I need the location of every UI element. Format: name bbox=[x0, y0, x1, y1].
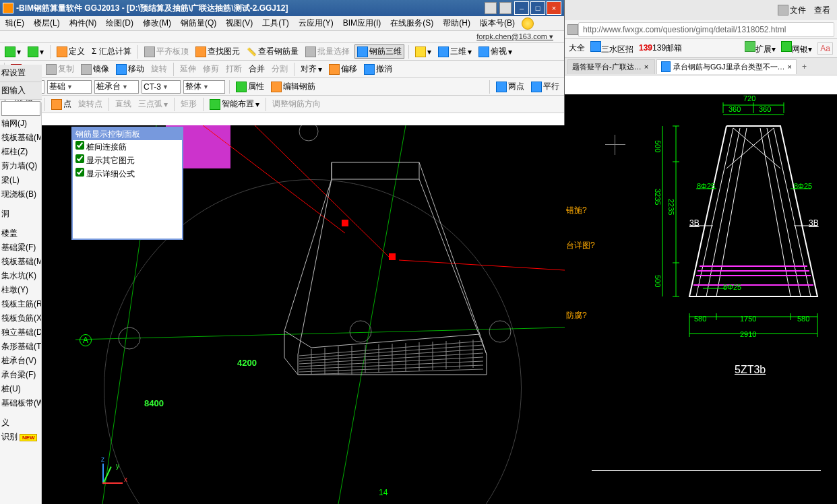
rotate-btn[interactable]: 旋转 bbox=[149, 62, 169, 76]
side-item[interactable]: 筏板基础(M) bbox=[0, 255, 41, 269]
side-item[interactable]: 剪力墙(Q) bbox=[0, 159, 41, 173]
rotpt-btn[interactable]: 旋转点 bbox=[76, 97, 104, 111]
trim-btn[interactable]: 修剪 bbox=[201, 62, 221, 76]
side-item[interactable]: 基础梁(F) bbox=[0, 241, 41, 255]
side-item[interactable]: 框柱(Z) bbox=[0, 145, 41, 159]
bm-bank[interactable]: 网银▾ bbox=[781, 41, 812, 55]
side-item[interactable]: 桩承台(V) bbox=[0, 354, 41, 368]
smart-btn[interactable]: 智能布置▾ bbox=[208, 97, 261, 111]
menu-component[interactable]: 构件(N) bbox=[67, 16, 100, 30]
find-btn[interactable]: 查找图元 bbox=[193, 44, 242, 59]
side-input[interactable] bbox=[1, 101, 40, 116]
menu-cloud[interactable]: 云应用(Y) bbox=[296, 16, 336, 30]
split-btn[interactable]: 分割 bbox=[270, 62, 290, 76]
menu-rebar[interactable]: 钢筋量(Q) bbox=[178, 16, 219, 30]
side-item[interactable]: 楼盖 bbox=[0, 226, 41, 241]
parallel-btn[interactable]: 平行 bbox=[529, 80, 561, 94]
menu-help[interactable]: 帮助(H) bbox=[440, 16, 473, 30]
cb-show-formula[interactable]: 显示详细公式 bbox=[73, 167, 182, 181]
copy-btn[interactable]: 复制 bbox=[44, 62, 76, 76]
side-item[interactable]: 集水坑(K) bbox=[0, 269, 41, 283]
menu-draw[interactable]: 绘图(D) bbox=[103, 16, 136, 30]
line-btn[interactable]: 直线 bbox=[113, 97, 133, 111]
side-item[interactable]: 洞 bbox=[0, 207, 41, 221]
menu-edit[interactable]: 辑(E) bbox=[3, 16, 27, 30]
extra-icon-b[interactable] bbox=[499, 2, 512, 14]
side-item[interactable]: 现浇板(B) bbox=[0, 187, 41, 201]
sub-dd[interactable]: 桩承台▼ bbox=[94, 80, 139, 94]
browser-file[interactable]: 文件 bbox=[778, 5, 806, 16]
side-item[interactable]: 轴网(J) bbox=[0, 117, 41, 131]
undo-btn[interactable]: 撤消 bbox=[362, 62, 394, 76]
cb-show-other[interactable]: 显示其它图元 bbox=[73, 154, 182, 167]
side-item[interactable]: 识别 NEW bbox=[0, 430, 41, 444]
define-btn[interactable]: 定义 bbox=[55, 44, 87, 59]
menu-bim[interactable]: BIM应用(I) bbox=[340, 16, 384, 30]
menu-version[interactable]: 版本号(B) bbox=[477, 16, 518, 30]
point-btn[interactable]: 点 bbox=[49, 97, 73, 111]
menu-view[interactable]: 视图(V) bbox=[223, 16, 255, 30]
align-btn[interactable]: 对齐▾ bbox=[299, 62, 324, 76]
rebar-display-panel[interactable]: 钢筋显示控制面板 桩间连接筋 显示其它图元 显示详细公式 bbox=[71, 127, 183, 240]
bm-a1[interactable]: 三水区招 bbox=[590, 41, 633, 55]
fwd-btn[interactable]: ▾ bbox=[26, 45, 46, 59]
adjust-btn[interactable]: 调整钢筋方向 bbox=[270, 97, 323, 111]
level-btn[interactable]: 平齐板顶 bbox=[142, 44, 191, 59]
sum-btn[interactable]: Σ 汇总计算 bbox=[90, 44, 133, 59]
edit-rebar-btn[interactable]: 编辑钢筋 bbox=[269, 80, 317, 94]
side-item[interactable]: 梁(L) bbox=[0, 173, 41, 187]
panel-title[interactable]: 钢筋显示控制面板 bbox=[73, 128, 182, 140]
side-item[interactable]: 条形基础(T) bbox=[0, 340, 41, 354]
break-btn[interactable]: 打断 bbox=[224, 62, 244, 76]
sideview-btn[interactable]: 俯视▾ bbox=[476, 44, 514, 59]
bm-ext[interactable]: 扩展▾ bbox=[745, 41, 776, 55]
merge-btn[interactable]: 合并 bbox=[247, 62, 267, 76]
user-email[interactable]: forpk.chen@163.com ▾ bbox=[476, 32, 559, 41]
aa-btn[interactable]: Aa bbox=[817, 42, 833, 55]
side-item[interactable]: 桩(U) bbox=[0, 382, 41, 396]
offset-btn[interactable]: 偏移 bbox=[327, 62, 359, 76]
side-item[interactable]: 义 bbox=[0, 416, 41, 430]
close-tab-icon[interactable]: × bbox=[788, 63, 792, 71]
bm-a2[interactable]: 139139邮箱 bbox=[639, 42, 682, 54]
code-dd[interactable]: CT-3▼ bbox=[142, 80, 181, 94]
maximize-button[interactable]: □ bbox=[530, 1, 545, 15]
scope-dd[interactable]: 整体▼ bbox=[183, 80, 225, 94]
menu-modify[interactable]: 修改(M) bbox=[140, 16, 174, 30]
menu-floor[interactable]: 楼层(L) bbox=[31, 16, 63, 30]
attr-btn[interactable]: 属性 bbox=[234, 80, 266, 94]
back-btn[interactable]: ▾ bbox=[3, 45, 23, 59]
move-btn[interactable]: 移动 bbox=[114, 62, 146, 76]
smiley-icon[interactable] bbox=[522, 18, 534, 30]
arc-btn[interactable]: 三点弧▾ bbox=[136, 97, 170, 111]
view3d-btn[interactable]: 三维▾ bbox=[436, 44, 474, 59]
side-item[interactable]: 筏板主筋(R) bbox=[0, 297, 41, 311]
menu-tool[interactable]: 工具(T) bbox=[259, 16, 291, 30]
new-tab-btn[interactable]: + bbox=[798, 62, 811, 71]
side-item[interactable]: 筏板负筋(X) bbox=[0, 311, 41, 325]
url-input[interactable]: http://www.fwxgx.com/question/gimq/detai… bbox=[578, 22, 834, 37]
tab-2[interactable]: 承台钢筋与GGJ里承台类型不一…× bbox=[656, 59, 797, 74]
filter-btn[interactable]: ▾ bbox=[413, 45, 433, 59]
extend-btn[interactable]: 延伸 bbox=[178, 62, 198, 76]
cb-span-rebar[interactable]: 桩间连接筋 bbox=[73, 140, 182, 154]
close-button[interactable]: × bbox=[547, 1, 561, 15]
close-tab-icon[interactable]: × bbox=[644, 63, 648, 71]
batch-btn[interactable]: 批量选择 bbox=[303, 44, 352, 59]
rebar3d-btn[interactable]: 钢筋三维 bbox=[354, 44, 404, 59]
rect-btn[interactable]: 矩形 bbox=[179, 97, 199, 111]
minimize-button[interactable]: – bbox=[514, 1, 529, 15]
browser-view[interactable]: 查看 bbox=[814, 5, 830, 16]
side-item[interactable]: 筏板基础(M) bbox=[0, 131, 41, 145]
tab-1[interactable]: 题答疑平台-广联达…× bbox=[567, 59, 655, 74]
side-item[interactable]: 柱墩(Y) bbox=[0, 283, 41, 297]
mirror-btn[interactable]: 镜像 bbox=[79, 62, 111, 76]
menu-online[interactable]: 在线服务(S) bbox=[388, 16, 436, 30]
check-btn[interactable]: 📏查看钢筋量 bbox=[245, 44, 301, 59]
extra-icon-a[interactable] bbox=[485, 2, 497, 14]
twopt-btn[interactable]: 两点 bbox=[494, 80, 526, 94]
side-item[interactable]: 独立基础(D) bbox=[0, 325, 41, 340]
bm-all[interactable]: 大全 bbox=[569, 42, 585, 54]
side-item[interactable]: 基础板带(W) bbox=[0, 396, 41, 410]
cad-viewport[interactable]: 错施? 台详图? 防腐? bbox=[565, 94, 837, 504]
